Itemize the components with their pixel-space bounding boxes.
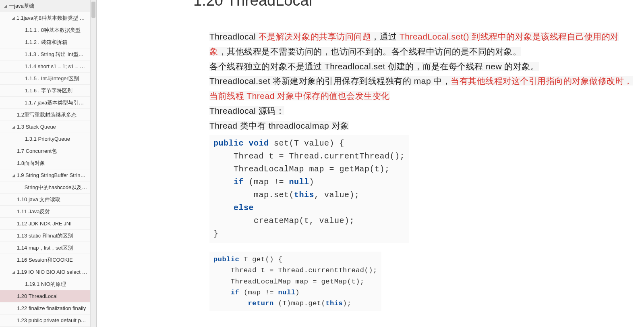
tree-item[interactable]: 1.1.6 . 字节字符区别 — [0, 85, 95, 97]
page-title: 1.20 ThreadLocal — [193, 0, 636, 9]
chevron-down-icon[interactable]: ◢ — [11, 173, 16, 177]
tree-item[interactable]: 1.14 map，list，set区别 — [0, 242, 95, 254]
sidebar-scrollbar[interactable] — [91, 2, 95, 18]
text: 各个线程独立的对象不是通过 Threadlocal.set 创建的，而是在每个线… — [209, 62, 539, 71]
kw: return — [213, 300, 274, 307]
kw: public — [213, 256, 239, 263]
tree-item[interactable]: 1.12 JDK NDK JRE JNI — [0, 218, 95, 230]
tree-item-label: 1.8面向对象 — [17, 160, 45, 167]
app-container: ◢一java基础◢1.1java的8种基本数据类型 装箱 ...1.1.1 . … — [0, 0, 644, 327]
paragraph-3: Threadlocal.set 将新建对象的引用保存到线程独有的 map 中，当… — [209, 74, 636, 104]
paragraph-1: Threadlocal 不是解决对象的共享访问问题，通过 ThreadLocal… — [209, 29, 636, 59]
code: Thread t = Thread.currentThread(); — [213, 267, 377, 274]
tree-item[interactable]: 1.1.5 . Int与Integer区别 — [0, 73, 95, 85]
code: (T)map.get( — [274, 300, 325, 307]
tree-item[interactable]: 1.16 Session和COOKIE — [0, 254, 95, 266]
tree-item[interactable]: String中的hashcode以及toS... — [0, 181, 95, 194]
chevron-down-icon[interactable]: ◢ — [11, 270, 16, 274]
article-body: Threadlocal 不是解决对象的共享访问问题，通过 ThreadLocal… — [209, 29, 636, 311]
kw: this — [325, 300, 343, 307]
tree-item[interactable]: 1.1.1 . 8种基本数据类型 — [0, 24, 95, 36]
tree-item[interactable]: 1.20 ThreadLocal — [0, 290, 95, 302]
tree-item-label: 1.1.1 . 8种基本数据类型 — [25, 27, 81, 34]
text: Threadlocal 源码： — [209, 106, 284, 115]
code: (map != — [244, 177, 289, 187]
tree-item-label: 1.16 Session和COOKIE — [17, 256, 73, 264]
kw: if — [213, 177, 244, 187]
tree-item[interactable]: ◢1.3 Stack Queue — [0, 121, 95, 133]
code: map.set( — [213, 190, 294, 200]
tree-item[interactable]: 1.10 java 文件读取 — [0, 194, 95, 206]
tree-item-label: 1.1.5 . Int与Integer区别 — [25, 75, 79, 82]
tree-item-label: 1.11 Java反射 — [17, 208, 50, 215]
tree-item-label: 1.1java的8种基本数据类型 装箱 ... — [17, 15, 87, 22]
content-area: 1.20 ThreadLocal Threadlocal 不是解决对象的共享访问… — [97, 0, 644, 327]
tree-item-label: 1.22 finalize finalization finally — [17, 305, 86, 311]
tree-item[interactable]: 1.1.4 short s1 = 1; s1 = s1 ... — [0, 60, 95, 73]
kw: null — [278, 289, 296, 296]
tree-item-label: 1.7 Concurrent包 — [17, 148, 57, 155]
text: Threadlocal.set 将新建对象的引用保存到线程独有的 map 中， — [209, 76, 451, 85]
code: ThreadLocalMap map = getMap(t); — [213, 278, 364, 285]
kw: public — [213, 139, 244, 148]
tree-item-label: 1.1.3 . String 转出 int型，判... — [25, 51, 87, 58]
tree-item-label: 1.14 map，list，set区别 — [17, 244, 73, 252]
kw: null — [289, 177, 309, 187]
tree-item-label: 1.1.7 java基本类型与引用类... — [25, 99, 87, 106]
tree-item[interactable]: 1.19.1 NIO的原理 — [0, 278, 95, 290]
code: createMap(t, value); — [213, 216, 354, 225]
tree-item[interactable]: 1.3.1 PriorityQueue — [0, 133, 95, 145]
kw: void — [244, 139, 269, 148]
tree-item-label: 1.3 Stack Queue — [17, 124, 56, 130]
code: ); — [343, 300, 351, 307]
tree-item[interactable]: 1.1.3 . String 转出 int型，判... — [0, 48, 95, 60]
text: ，其他线程是不需要访问的，也访问不到的。各个线程中访问的是不同的对象。 — [218, 47, 522, 56]
tree-item[interactable]: ◢1.9 String StringBuffer StringB... — [0, 169, 95, 181]
tree-item-label: 1.1.6 . 字节字符区别 — [25, 87, 72, 94]
sidebar: ◢一java基础◢1.1java的8种基本数据类型 装箱 ...1.1.1 . … — [0, 0, 97, 327]
code: Thread t = Thread.currentThread(); — [213, 152, 405, 161]
tree-item[interactable]: 1.1.7 java基本类型与引用类... — [0, 97, 95, 109]
kw: if — [213, 289, 239, 296]
tree-item[interactable]: 1.7 Concurrent包 — [0, 145, 95, 157]
tree-item-label: 1.12 JDK NDK JRE JNI — [17, 221, 72, 227]
paragraph-5: Thread 类中有 threadlocalmap 对象 — [209, 119, 636, 133]
kw: else — [213, 203, 254, 212]
tree-item[interactable]: 1.22 finalize finalization finally — [0, 302, 95, 315]
tree-item[interactable]: 1.23 public private default pro... — [0, 315, 95, 327]
tree-item-label: 1.9 String StringBuffer StringB... — [17, 172, 87, 178]
code: ThreadLocalMap map = getMap(t); — [213, 165, 390, 174]
tree-item[interactable]: 1.13 static 和final的区别 — [0, 230, 95, 242]
sidebar-tree: ◢一java基础◢1.1java的8种基本数据类型 装箱 ...1.1.1 . … — [0, 0, 96, 327]
tree-item-label: 1.1.4 short s1 = 1; s1 = s1 ... — [25, 63, 87, 69]
text: ，通过 — [371, 32, 400, 41]
kw: this — [294, 190, 314, 200]
text: Threadlocal — [209, 32, 259, 41]
code: (map != — [239, 289, 278, 296]
tree-item[interactable]: ◢一java基础 — [0, 0, 95, 12]
tree-item[interactable]: ◢1.19 IO NIO BIO AIO select e... — [0, 266, 95, 278]
chevron-down-icon[interactable]: ◢ — [11, 16, 16, 20]
tree-item[interactable]: ◢1.1java的8种基本数据类型 装箱 ... — [0, 12, 95, 24]
paragraph-4: Threadlocal 源码： — [209, 104, 636, 119]
chevron-down-icon[interactable]: ◢ — [3, 4, 8, 8]
code-block-get: public T get() { Thread t = Thread.curre… — [209, 252, 381, 311]
text-red: ThreadLocal.set() — [400, 32, 472, 41]
tree-item-label: 1.19 IO NIO BIO AIO select e... — [17, 269, 87, 275]
tree-item-label: 1.10 java 文件读取 — [17, 196, 60, 203]
tree-item-label: 一java基础 — [9, 2, 34, 10]
tree-item-label: 1.3.1 PriorityQueue — [25, 136, 70, 142]
chevron-down-icon[interactable]: ◢ — [11, 125, 16, 129]
code-block-set: public void set(T value) { Thread t = Th… — [209, 135, 409, 243]
tree-item-label: 1.1.2 . 装箱和拆箱 — [25, 39, 67, 46]
tree-item[interactable]: 1.8面向对象 — [0, 157, 95, 169]
tree-item-label: String中的hashcode以及toS... — [25, 184, 87, 191]
tree-item-label: 1.2重写重载封装继承多态 — [17, 111, 77, 119]
tree-item[interactable]: 1.1.2 . 装箱和拆箱 — [0, 36, 95, 48]
text: Thread 类中有 threadlocalmap 对象 — [209, 121, 349, 130]
code: T get() { — [239, 256, 282, 263]
text-red: 不是解决对象的共享访问问题 — [259, 32, 371, 41]
tree-item[interactable]: 1.2重写重载封装继承多态 — [0, 109, 95, 121]
tree-item[interactable]: 1.11 Java反射 — [0, 206, 95, 218]
code: ) — [295, 289, 300, 296]
